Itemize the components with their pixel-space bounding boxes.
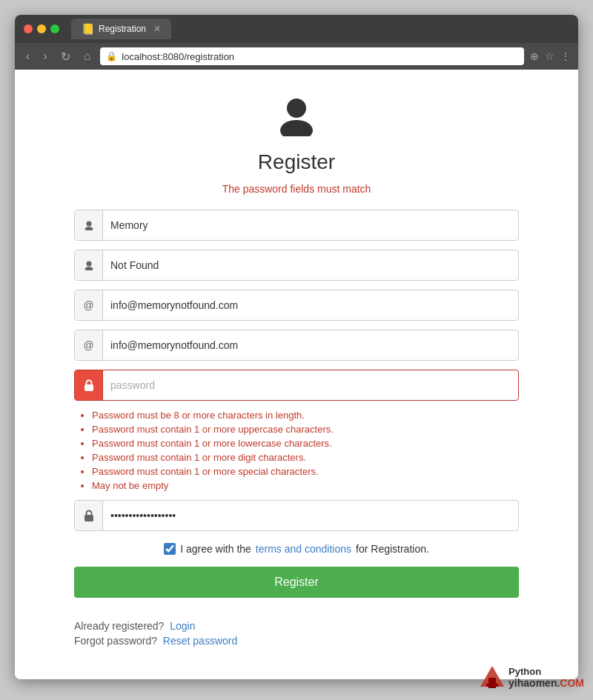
cast-icon[interactable]: ⊕	[530, 50, 539, 62]
confirm-password-group	[74, 500, 519, 531]
terms-text-before: I agree with the	[180, 543, 251, 555]
watermark-domain: yihaomen. COM	[508, 677, 584, 690]
traffic-lights	[24, 24, 59, 33]
first-name-input[interactable]	[103, 210, 518, 240]
svg-point-3	[85, 227, 93, 230]
active-tab[interactable]: 📒 Registration ✕	[71, 19, 171, 39]
terms-checkbox[interactable]	[164, 543, 176, 555]
close-button[interactable]	[24, 24, 33, 33]
home-button[interactable]: ⌂	[80, 48, 95, 64]
minimize-button[interactable]	[37, 24, 46, 33]
browser-window: 📒 Registration ✕ ‹ › ↻ ⌂ 🔒 localhost:808…	[15, 15, 578, 679]
svg-point-0	[287, 99, 306, 118]
menu-icon[interactable]: ⋮	[560, 50, 571, 62]
svg-rect-6	[85, 384, 93, 391]
already-registered-text: Already registered?	[74, 620, 164, 632]
reset-password-link[interactable]: Reset password	[163, 635, 237, 647]
lock-confirm-icon	[75, 501, 103, 530]
lock-password-icon	[75, 370, 103, 400]
watermark-yihaomen-label: yihaomen.	[508, 677, 560, 690]
forgot-password-text: Forgot password?	[74, 635, 157, 647]
tab-title: Registration	[99, 24, 146, 34]
forward-button[interactable]: ›	[39, 48, 50, 64]
validation-error-3: Password must contain 1 or more lowercas…	[92, 438, 519, 449]
password-input[interactable]	[103, 370, 518, 400]
lock-icon: 🔒	[106, 51, 117, 61]
watermark-python-label: Python	[508, 666, 584, 678]
terms-link[interactable]: terms and conditions	[256, 543, 351, 555]
reset-row: Forgot password? Reset password	[74, 635, 519, 647]
browser-toolbar: ‹ › ↻ ⌂ 🔒 localhost:8080/registration ⊕ …	[15, 43, 578, 70]
watermark-logo-icon	[479, 664, 506, 691]
page-title: Register	[74, 150, 519, 174]
footer-links: Already registered? Login Forgot passwor…	[74, 620, 519, 647]
svg-point-2	[86, 221, 91, 227]
register-button[interactable]: Register	[74, 567, 519, 598]
tab-favicon-icon: 📒	[82, 23, 94, 35]
login-row: Already registered? Login	[74, 620, 519, 632]
user-icon	[75, 210, 103, 240]
tab-bar: 📒 Registration ✕	[71, 19, 569, 39]
first-name-group	[74, 210, 519, 241]
last-name-input[interactable]	[103, 250, 518, 280]
email-group: @	[74, 290, 519, 321]
svg-point-4	[86, 261, 91, 267]
validation-errors-list: Password must be 8 or more characters in…	[74, 410, 519, 491]
email-confirm-icon: @	[75, 330, 103, 360]
login-link[interactable]: Login	[170, 620, 195, 632]
validation-error-5: Password must contain 1 or more special …	[92, 466, 519, 477]
last-name-group	[74, 250, 519, 281]
terms-text-after: for Registration.	[356, 543, 429, 555]
page-content: Register The password fields must match	[15, 70, 578, 679]
user-avatar-icon	[274, 92, 319, 136]
password-group	[74, 370, 519, 401]
watermark-com-label: COM	[560, 677, 584, 690]
svg-point-1	[280, 120, 313, 136]
validation-error-2: Password must contain 1 or more uppercas…	[92, 424, 519, 435]
email-input[interactable]	[103, 290, 518, 320]
error-message: The password fields must match	[74, 183, 519, 195]
toolbar-actions: ⊕ ☆ ⋮	[530, 50, 571, 62]
validation-error-4: Password must contain 1 or more digit ch…	[92, 452, 519, 463]
confirm-email-input[interactable]	[103, 330, 518, 360]
address-bar[interactable]: 🔒 localhost:8080/registration	[100, 47, 524, 65]
maximize-button[interactable]	[50, 24, 59, 33]
avatar-icon	[74, 92, 519, 139]
validation-error-1: Password must be 8 or more characters in…	[92, 410, 519, 421]
watermark-text: Python yihaomen. COM	[508, 666, 584, 690]
svg-rect-10	[486, 684, 498, 687]
titlebar: 📒 Registration ✕	[15, 15, 578, 43]
user-icon-2	[75, 250, 103, 280]
svg-point-5	[85, 267, 93, 270]
form-container: Register The password fields must match	[74, 92, 519, 647]
reload-button[interactable]: ↻	[57, 48, 74, 65]
confirm-password-input[interactable]	[103, 501, 518, 530]
confirm-email-group: @	[74, 330, 519, 361]
url-text: localhost:8080/registration	[122, 51, 234, 62]
email-icon: @	[75, 290, 103, 320]
back-button[interactable]: ‹	[22, 48, 33, 64]
validation-error-6: May not be empty	[92, 480, 519, 491]
svg-rect-7	[85, 515, 93, 521]
watermark: Python yihaomen. COM	[479, 664, 584, 691]
tab-close-icon[interactable]: ✕	[153, 24, 161, 34]
bookmark-icon[interactable]: ☆	[545, 50, 554, 62]
terms-row: I agree with the terms and conditions fo…	[74, 543, 519, 555]
